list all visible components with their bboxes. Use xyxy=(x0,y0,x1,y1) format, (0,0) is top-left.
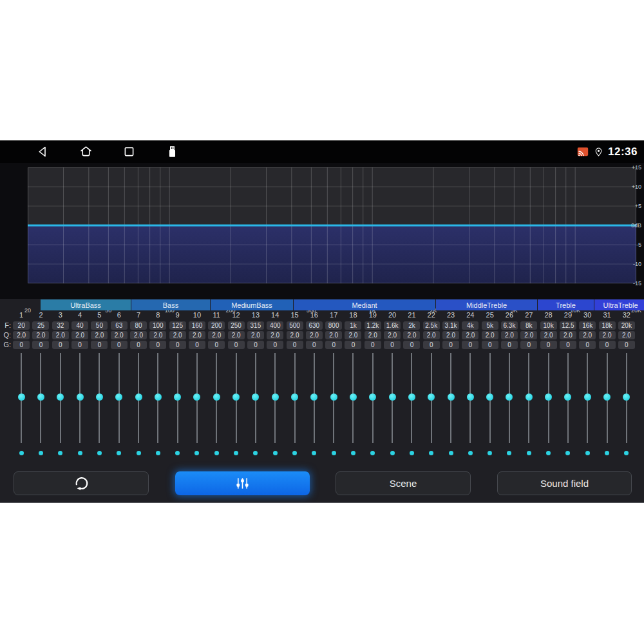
value-chip[interactable]: 0 xyxy=(130,341,147,349)
band-freq-value[interactable]: 2.5k xyxy=(422,321,441,330)
band-slider[interactable] xyxy=(265,352,285,444)
value-chip[interactable]: 100 xyxy=(149,321,166,330)
band-freq-value[interactable]: 315 xyxy=(246,321,265,330)
usb-device-icon[interactable] xyxy=(166,145,179,158)
band-q-value[interactable]: 2.0 xyxy=(168,330,187,339)
band-select-dot[interactable] xyxy=(538,448,558,457)
slider-knob[interactable] xyxy=(18,393,25,401)
value-chip[interactable]: 0 xyxy=(189,341,205,349)
slider-knob[interactable] xyxy=(115,393,122,401)
value-chip[interactable]: 2.0 xyxy=(130,331,147,339)
value-chip[interactable]: 2.0 xyxy=(579,331,596,339)
band-freq-value[interactable]: 125 xyxy=(168,321,187,330)
slider-knob[interactable] xyxy=(232,393,240,401)
band-q-value[interactable]: 2.0 xyxy=(70,330,90,339)
value-chip[interactable]: 500 xyxy=(287,321,303,330)
value-chip[interactable]: 0 xyxy=(208,341,225,349)
band-slider[interactable] xyxy=(31,352,50,444)
band-slider[interactable] xyxy=(519,352,538,444)
cyan-dot[interactable] xyxy=(117,451,121,455)
cyan-dot[interactable] xyxy=(175,451,180,455)
band-q-value[interactable]: 2.0 xyxy=(31,330,50,339)
band-gain-value[interactable]: 0 xyxy=(500,340,519,349)
value-chip[interactable]: 16k xyxy=(579,321,596,330)
band-select-dot[interactable] xyxy=(343,448,363,457)
band-select-dot[interactable] xyxy=(441,448,460,457)
band-freq-value[interactable]: 16k xyxy=(578,321,597,330)
band-gain-value[interactable]: 0 xyxy=(90,340,109,349)
band-q-value[interactable]: 2.0 xyxy=(305,330,324,339)
slider-knob[interactable] xyxy=(545,393,552,401)
value-chip[interactable]: 63 xyxy=(111,321,128,330)
scene-button[interactable]: Scene xyxy=(336,471,471,495)
band-gain-value[interactable]: 0 xyxy=(538,340,558,349)
band-select-dot[interactable] xyxy=(383,448,402,457)
value-chip[interactable]: 2.0 xyxy=(423,331,440,339)
band-q-value[interactable]: 2.0 xyxy=(90,330,109,339)
band-select-dot[interactable] xyxy=(168,448,187,457)
value-chip[interactable]: 2.0 xyxy=(287,331,303,339)
cyan-dot[interactable] xyxy=(273,451,278,455)
value-chip[interactable]: 0 xyxy=(13,341,30,349)
band-gain-value[interactable]: 0 xyxy=(109,340,129,349)
band-slider[interactable] xyxy=(480,352,500,444)
cyan-dot[interactable] xyxy=(565,451,570,455)
band-slider[interactable] xyxy=(578,352,597,444)
value-chip[interactable]: 0 xyxy=(169,341,186,349)
value-chip[interactable]: 32 xyxy=(52,321,69,330)
value-chip[interactable]: 2.0 xyxy=(462,331,478,339)
band-freq-value[interactable]: 1k xyxy=(343,321,363,330)
band-freq-value[interactable]: 63 xyxy=(109,321,129,330)
band-slider[interactable] xyxy=(500,352,519,444)
value-chip[interactable]: 400 xyxy=(267,321,283,330)
value-chip[interactable]: 0 xyxy=(71,341,88,349)
band-q-value[interactable]: 2.0 xyxy=(500,330,519,339)
value-chip[interactable]: 200 xyxy=(208,321,225,330)
value-chip[interactable]: 2.0 xyxy=(247,331,264,339)
value-chip[interactable]: 0 xyxy=(287,341,303,349)
band-slider[interactable] xyxy=(324,352,343,444)
cyan-dot[interactable] xyxy=(234,451,238,455)
band-freq-value[interactable]: 18k xyxy=(597,321,616,330)
reset-button[interactable] xyxy=(14,471,149,495)
value-chip[interactable]: 0 xyxy=(482,341,498,349)
cyan-dot[interactable] xyxy=(527,451,531,455)
band-slider[interactable] xyxy=(460,352,480,444)
value-chip[interactable]: 0 xyxy=(267,341,283,349)
value-chip[interactable]: 2.0 xyxy=(403,331,420,339)
cyan-dot[interactable] xyxy=(97,451,102,455)
slider-knob[interactable] xyxy=(350,393,357,401)
band-q-value[interactable]: 2.0 xyxy=(246,330,265,339)
slider-knob[interactable] xyxy=(623,393,630,401)
slider-knob[interactable] xyxy=(330,393,337,401)
slider-knob[interactable] xyxy=(96,393,103,401)
slider-knob[interactable] xyxy=(389,393,396,401)
band-freq-value[interactable]: 8k xyxy=(519,321,538,330)
slider-knob[interactable] xyxy=(506,393,513,401)
recents-icon[interactable] xyxy=(122,145,136,158)
band-select-dot[interactable] xyxy=(460,448,480,457)
band-gain-value[interactable]: 0 xyxy=(265,340,285,349)
value-chip[interactable]: 2.0 xyxy=(149,331,166,339)
slider-knob[interactable] xyxy=(467,393,474,401)
cyan-dot[interactable] xyxy=(156,451,160,455)
band-q-value[interactable]: 2.0 xyxy=(226,330,245,339)
value-chip[interactable]: 2.0 xyxy=(52,331,69,339)
band-freq-value[interactable]: 40 xyxy=(70,321,90,330)
band-freq-value[interactable]: 200 xyxy=(207,321,226,330)
value-chip[interactable]: 0 xyxy=(365,341,381,349)
band-slider[interactable] xyxy=(226,352,245,444)
band-q-value[interactable]: 2.0 xyxy=(51,330,70,339)
band-q-value[interactable]: 2.0 xyxy=(187,330,207,339)
value-chip[interactable]: 2.0 xyxy=(482,331,498,339)
band-select-dot[interactable] xyxy=(148,448,167,457)
value-chip[interactable]: 2.0 xyxy=(442,331,459,339)
slider-knob[interactable] xyxy=(193,393,200,401)
band-select-dot[interactable] xyxy=(597,448,616,457)
slider-knob[interactable] xyxy=(369,393,376,401)
value-chip[interactable]: 25 xyxy=(32,321,49,330)
band-gain-value[interactable]: 0 xyxy=(363,340,383,349)
band-select-dot[interactable] xyxy=(226,448,245,457)
value-chip[interactable]: 50 xyxy=(91,321,108,330)
band-q-value[interactable]: 2.0 xyxy=(363,330,383,339)
